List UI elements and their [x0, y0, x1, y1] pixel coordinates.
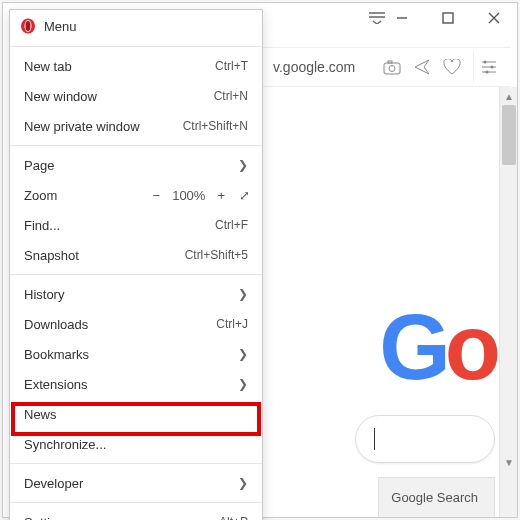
- menu-item-bookmarks[interactable]: Bookmarks❯: [10, 339, 262, 369]
- svg-point-3: [389, 65, 395, 71]
- main-menu: Menu New tabCtrl+T New windowCtrl+N New …: [9, 9, 263, 520]
- sliders-icon: [481, 60, 497, 74]
- svg-rect-1: [443, 13, 453, 23]
- menu-item-new-window[interactable]: New windowCtrl+N: [10, 81, 262, 111]
- zoom-value: 100%: [172, 188, 205, 203]
- zoom-in-button[interactable]: +: [215, 188, 227, 203]
- svg-point-7: [485, 71, 488, 74]
- scroll-up-icon[interactable]: ▲: [500, 87, 517, 105]
- vertical-scrollbar[interactable]: ▲ ▼: [499, 87, 517, 517]
- chevron-right-icon: ❯: [232, 377, 248, 391]
- menu-item-news[interactable]: News: [10, 399, 262, 429]
- menu-item-extensions[interactable]: Extensions❯: [10, 369, 262, 399]
- minimize-button[interactable]: [379, 3, 425, 33]
- menu-item-history[interactable]: History❯: [10, 279, 262, 309]
- maximize-button[interactable]: [425, 3, 471, 33]
- google-search-label: Google Search: [391, 490, 478, 505]
- menu-item-find[interactable]: Find...Ctrl+F: [10, 210, 262, 240]
- close-button[interactable]: [471, 3, 517, 33]
- maximize-icon: [442, 12, 454, 24]
- snapshot-button[interactable]: [377, 52, 407, 82]
- close-icon: [488, 12, 500, 24]
- app-window: v.google.com Go Google Search ▲ ▼ Menu: [2, 2, 518, 518]
- zoom-fullscreen-button[interactable]: ⤢: [237, 188, 252, 203]
- chevron-right-icon: ❯: [232, 158, 248, 172]
- zoom-out-button[interactable]: −: [151, 188, 163, 203]
- menu-item-settings[interactable]: SettingsAlt+P: [10, 507, 262, 520]
- send-icon: [414, 59, 430, 75]
- google-logo: Go: [379, 295, 495, 400]
- menu-item-page[interactable]: Page❯: [10, 150, 262, 180]
- search-input[interactable]: [355, 415, 495, 463]
- camera-icon: [383, 60, 401, 75]
- window-controls: [259, 3, 517, 45]
- minimize-icon: [396, 12, 408, 24]
- svg-point-6: [490, 66, 493, 69]
- menu-item-zoom: Zoom − 100% + ⤢: [10, 180, 262, 210]
- address-bar[interactable]: v.google.com: [263, 47, 511, 87]
- url-text: v.google.com: [267, 59, 355, 75]
- menu-item-downloads[interactable]: DownloadsCtrl+J: [10, 309, 262, 339]
- text-caret: [374, 428, 375, 450]
- menu-item-snapshot[interactable]: SnapshotCtrl+Shift+5: [10, 240, 262, 270]
- easy-setup-button[interactable]: [473, 52, 503, 82]
- favorite-button[interactable]: [437, 52, 467, 82]
- menu-title: Menu: [44, 19, 77, 34]
- scroll-thumb[interactable]: [502, 105, 516, 165]
- svg-point-10: [26, 21, 31, 31]
- send-button[interactable]: [407, 52, 437, 82]
- heart-icon: [443, 59, 461, 75]
- google-search-button[interactable]: Google Search: [378, 477, 495, 517]
- chevron-right-icon: ❯: [232, 287, 248, 301]
- menu-item-new-tab[interactable]: New tabCtrl+T: [10, 51, 262, 81]
- scroll-down-icon[interactable]: ▼: [500, 453, 517, 471]
- svg-rect-4: [388, 61, 392, 63]
- menu-item-developer[interactable]: Developer❯: [10, 468, 262, 498]
- menu-header: Menu: [10, 10, 262, 42]
- chevron-right-icon: ❯: [232, 347, 248, 361]
- page-content: Go Google Search ▲ ▼: [263, 87, 517, 517]
- chevron-right-icon: ❯: [232, 476, 248, 490]
- menu-item-synchronize[interactable]: Synchronize...: [10, 429, 262, 459]
- opera-icon: [20, 18, 36, 34]
- menu-item-new-private-window[interactable]: New private windowCtrl+Shift+N: [10, 111, 262, 141]
- svg-rect-2: [384, 63, 400, 74]
- svg-point-5: [483, 61, 486, 64]
